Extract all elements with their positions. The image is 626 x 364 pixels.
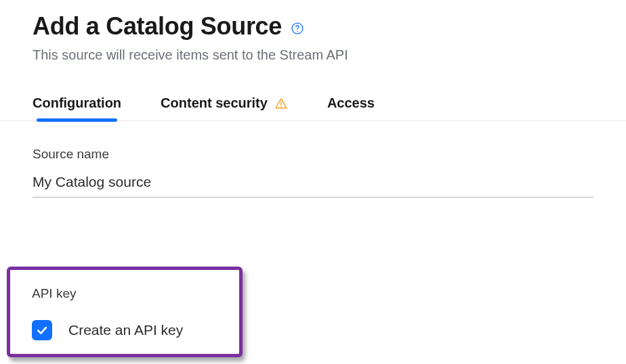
tab-content-security[interactable]: Content security [161,95,288,120]
tab-label: Configuration [33,95,121,111]
help-icon[interactable] [290,21,305,36]
tab-bar: Configuration Content security Access [0,95,626,121]
tab-label: Content security [161,95,268,111]
api-key-label: API key [32,286,227,301]
api-key-highlight-box: API key Create an API key [7,267,243,357]
source-name-label: Source name [33,147,593,162]
svg-point-3 [280,106,282,107]
tab-label: Access [327,95,375,111]
tab-configuration[interactable]: Configuration [33,95,121,120]
page-subtitle: This source will receive items sent to t… [33,47,593,63]
create-api-key-checkbox[interactable] [32,320,52,340]
warning-icon [274,97,288,110]
source-name-input[interactable] [33,167,593,198]
create-api-key-label[interactable]: Create an API key [68,322,183,338]
source-name-section: Source name [33,147,593,198]
page-header: Add a Catalog Source [33,12,593,41]
api-key-checkbox-row: Create an API key [32,320,227,340]
tab-access[interactable]: Access [327,95,375,120]
page-title: Add a Catalog Source [33,12,282,41]
svg-point-1 [297,30,298,31]
